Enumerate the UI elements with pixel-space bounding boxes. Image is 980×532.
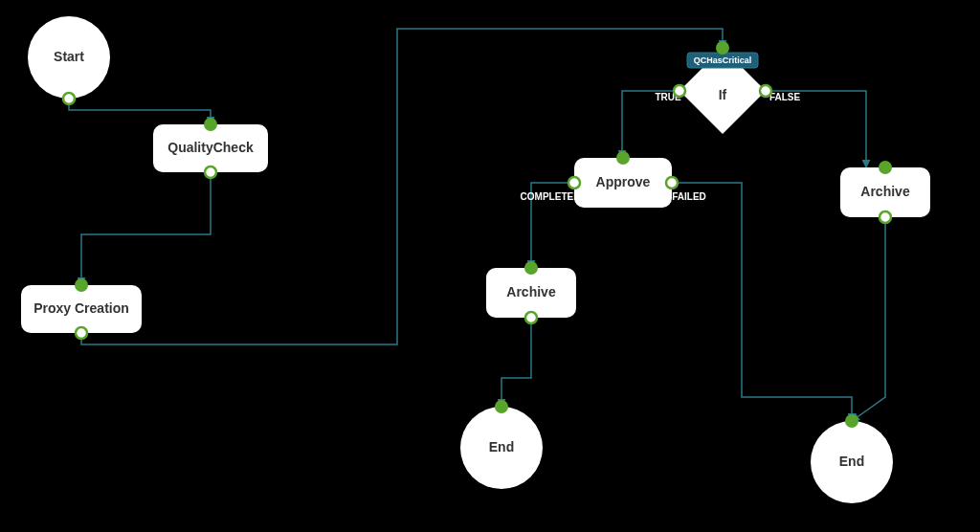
- port-in-icon: [205, 119, 216, 130]
- badge-if-label: QCHasCritical: [694, 55, 752, 65]
- port-in-icon: [496, 401, 507, 412]
- edge-qualitycheck-proxy: [81, 172, 211, 285]
- edge-archivel-end: [501, 318, 531, 407]
- port-in-icon: [525, 262, 537, 274]
- node-end-left-label: End: [489, 439, 514, 454]
- port-in-icon: [846, 415, 858, 427]
- port-out-icon: [525, 312, 537, 323]
- port-true-icon: [674, 85, 685, 97]
- port-in-icon: [717, 42, 728, 54]
- node-end-right-label: End: [839, 454, 864, 469]
- port-out-icon: [63, 93, 75, 104]
- node-archive-left[interactable]: Archive: [486, 262, 576, 323]
- label-approve-completed: COMPLETED: [521, 191, 581, 202]
- port-in-icon: [76, 279, 87, 291]
- node-end-left[interactable]: End: [460, 401, 543, 489]
- label-if-false: FALSE: [769, 92, 801, 102]
- edge-archiver-end: [852, 215, 885, 421]
- port-in-icon: [617, 152, 629, 164]
- node-archive-left-label: Archive: [506, 284, 556, 299]
- node-proxycreation-label: Proxy Creation: [33, 300, 129, 316]
- node-archive-right[interactable]: Archive: [840, 162, 930, 223]
- node-if-label: If: [719, 87, 727, 102]
- port-in-icon: [880, 162, 891, 173]
- port-out-icon: [205, 166, 216, 178]
- node-qualitycheck-label: QualityCheck: [167, 140, 254, 155]
- edge-approve-failed: [672, 183, 852, 421]
- node-proxycreation[interactable]: Proxy Creation: [21, 279, 142, 339]
- node-start[interactable]: Start: [28, 16, 110, 104]
- edge-start-qualitycheck: [69, 96, 211, 124]
- port-false-icon: [760, 85, 771, 97]
- node-qualitycheck[interactable]: QualityCheck: [153, 119, 268, 178]
- port-failed-icon: [666, 177, 678, 188]
- port-out-icon: [880, 211, 891, 223]
- node-if[interactable]: If QCHasCritical: [674, 42, 771, 134]
- edge-if-false: [761, 91, 866, 167]
- label-approve-failed: FAILED: [672, 191, 706, 202]
- port-completed-icon: [568, 177, 580, 188]
- node-start-label: Start: [54, 49, 84, 64]
- node-approve-label: Approve: [596, 174, 651, 189]
- node-end-right[interactable]: End: [811, 415, 893, 503]
- node-archive-right-label: Archive: [860, 184, 910, 199]
- port-out-icon: [76, 327, 87, 339]
- node-approve[interactable]: Approve: [568, 152, 678, 208]
